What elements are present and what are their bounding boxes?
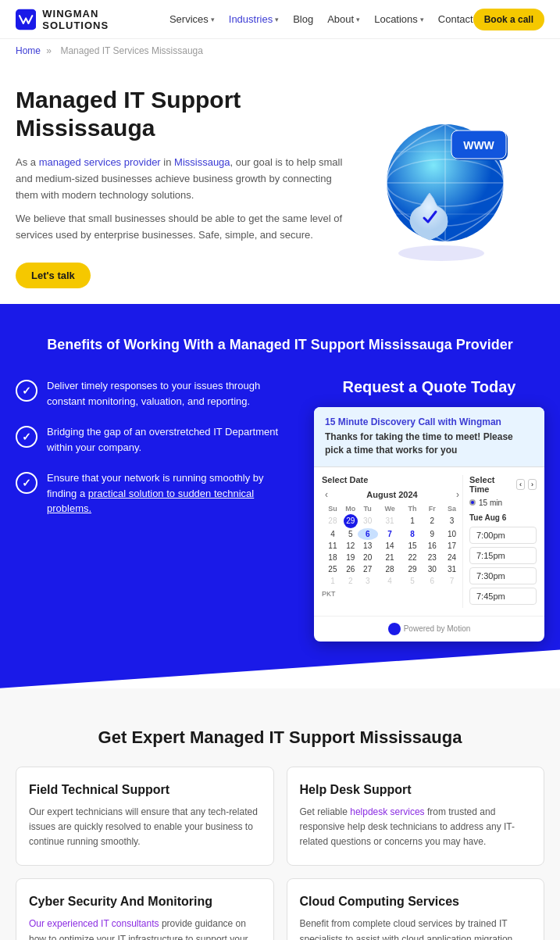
- lets-talk-button[interactable]: Let's talk: [16, 263, 91, 288]
- book-call-button[interactable]: Book a call: [473, 9, 544, 30]
- cal-day[interactable]: 27: [358, 563, 378, 575]
- cal-day[interactable]: 26: [344, 563, 358, 575]
- hero-desc-1: As a managed services provider in Missis…: [16, 155, 351, 203]
- table-row: 4 5 6 7 8 9 10: [322, 528, 462, 540]
- cal-day[interactable]: 3: [358, 575, 378, 587]
- cal-day[interactable]: 1: [322, 575, 344, 587]
- cal-day[interactable]: 16: [423, 540, 441, 552]
- nav-services[interactable]: Services ▾: [169, 13, 215, 25]
- cal-day[interactable]: 7: [441, 575, 462, 587]
- cal-day[interactable]: 3: [441, 514, 462, 528]
- quote-title: Request a Quote Today: [314, 378, 544, 396]
- time-next-button[interactable]: ›: [528, 479, 537, 490]
- services-grid: Field Technical Support Our expert techn…: [16, 767, 544, 940]
- cal-day[interactable]: 2: [344, 575, 358, 587]
- duration-label: 15 min: [479, 499, 502, 507]
- logo[interactable]: WINGMAN SOLUTIONS: [16, 7, 146, 32]
- table-row: 11 12 13 14 15 16 17: [322, 540, 462, 552]
- timezone: PKT: [322, 587, 462, 599]
- cal-day[interactable]: 4: [378, 575, 402, 587]
- cal-day[interactable]: 11: [322, 540, 344, 552]
- cal-day[interactable]: 19: [344, 552, 358, 563]
- service-desc-field: Our expert technicians will ensure that …: [29, 805, 261, 850]
- cal-day[interactable]: 25: [322, 563, 344, 575]
- cal-day[interactable]: 4: [322, 528, 344, 540]
- benefits-list: ✓ Deliver timely responses to your issue…: [16, 378, 291, 516]
- time-option-3[interactable]: 7:30pm: [469, 567, 537, 584]
- hero-desc-2: We believe that small businesses should …: [16, 211, 351, 244]
- cal-day[interactable]: 23: [423, 552, 441, 563]
- cal-day[interactable]: 21: [378, 552, 402, 563]
- nav-industries[interactable]: Industries ▾: [229, 13, 279, 25]
- benefit-text-2: Bridging the gap of an overstretched IT …: [47, 424, 291, 455]
- service-desc-cloud: Benefit from complete cloud services by …: [300, 917, 532, 940]
- cal-day-highlighted[interactable]: 8: [402, 528, 423, 540]
- cal-day[interactable]: 24: [441, 552, 462, 563]
- cal-day[interactable]: 5: [344, 528, 358, 540]
- logo-text: WINGMAN SOLUTIONS: [42, 8, 146, 31]
- cal-day[interactable]: 20: [358, 552, 378, 563]
- hero-content: Managed IT Support Mississauga As a mana…: [16, 86, 351, 288]
- hero-title: Managed IT Support Mississauga: [16, 86, 351, 142]
- time-option-1[interactable]: 7:00pm: [469, 527, 537, 544]
- cal-day[interactable]: 12: [344, 540, 358, 552]
- nav-locations[interactable]: Locations ▾: [374, 13, 424, 25]
- cal-day[interactable]: 18: [322, 552, 344, 563]
- nav-links: Services ▾ Industries ▾ Blog About ▾ Loc…: [169, 13, 473, 25]
- meeting-title: 15 Minute Discovery Call with Wingman: [325, 416, 533, 427]
- service-card-helpdesk: Help Desk Support Get reliable helpdesk …: [287, 767, 545, 867]
- cal-day[interactable]: 5: [402, 575, 423, 587]
- quote-card-header: 15 Minute Discovery Call with Wingman Th…: [314, 407, 544, 467]
- cal-day[interactable]: 31: [378, 514, 402, 528]
- services-section: Get Expert Managed IT Support Mississaug…: [0, 688, 560, 940]
- time-label: Select Time ‹ ›: [469, 475, 537, 494]
- benefit-item-2: ✓ Bridging the gap of an overstretched I…: [16, 424, 291, 455]
- nav-about[interactable]: About ▾: [327, 13, 360, 25]
- it-consultants-link[interactable]: Our experienced IT consultants: [29, 918, 159, 929]
- managed-services-link[interactable]: managed services provider: [39, 156, 161, 168]
- calendar-prev-button[interactable]: ‹: [322, 489, 331, 500]
- benefit-item-1: ✓ Deliver timely responses to your issue…: [16, 378, 291, 409]
- cal-day[interactable]: 31: [441, 563, 462, 575]
- cal-day[interactable]: 15: [402, 540, 423, 552]
- cal-day[interactable]: 30: [358, 514, 378, 528]
- cal-day-highlighted[interactable]: 7: [378, 528, 402, 540]
- benefit-text-3: Ensure that your network is running smoo…: [47, 470, 291, 516]
- cal-day[interactable]: 10: [441, 528, 462, 540]
- cal-day[interactable]: 9: [423, 528, 441, 540]
- cal-day[interactable]: 28: [378, 563, 402, 575]
- service-title-helpdesk: Help Desk Support: [300, 783, 532, 797]
- cal-day-highlighted[interactable]: 6: [358, 528, 378, 540]
- cal-day[interactable]: 28: [322, 514, 344, 528]
- time-option-4[interactable]: 7:45pm: [469, 588, 537, 605]
- calendar-next-button[interactable]: ›: [453, 489, 462, 500]
- cal-day[interactable]: 6: [423, 575, 441, 587]
- time-prev-button[interactable]: ‹: [516, 479, 525, 490]
- calendar-month: August 2024: [366, 490, 417, 499]
- cal-day[interactable]: 14: [378, 540, 402, 552]
- benefit-check-2: ✓: [16, 426, 37, 448]
- time-nav: ‹ ›: [516, 479, 537, 490]
- breadcrumb-home[interactable]: Home: [16, 45, 41, 56]
- practical-solution-link[interactable]: practical solution to sudden technical p…: [47, 488, 254, 515]
- breadcrumb: Home » Managed IT Services Mississauga: [0, 39, 560, 63]
- chevron-down-icon: ▾: [275, 16, 279, 23]
- cal-day[interactable]: 30: [423, 563, 441, 575]
- nav-blog[interactable]: Blog: [293, 13, 313, 25]
- cal-day[interactable]: 13: [358, 540, 378, 552]
- cal-day[interactable]: 17: [441, 540, 462, 552]
- cal-day[interactable]: 2: [423, 514, 441, 528]
- cal-day[interactable]: 29: [402, 563, 423, 575]
- nav-contact[interactable]: Contact: [438, 13, 473, 25]
- helpdesk-link[interactable]: helpdesk services: [350, 806, 424, 817]
- chevron-down-icon: ▾: [211, 16, 215, 23]
- benefit-check-3: ✓: [16, 472, 37, 494]
- quote-card: 15 Minute Discovery Call with Wingman Th…: [314, 407, 544, 642]
- cal-header-mo: Mo: [344, 503, 358, 514]
- cal-day[interactable]: 1: [402, 514, 423, 528]
- meeting-message: Thanks for taking the time to meet! Plea…: [325, 431, 533, 457]
- service-desc-helpdesk: Get reliable helpdesk services from trus…: [300, 805, 532, 850]
- time-option-2[interactable]: 7:15pm: [469, 547, 537, 564]
- cal-day[interactable]: 22: [402, 552, 423, 563]
- cal-day-selected[interactable]: 29: [344, 514, 358, 528]
